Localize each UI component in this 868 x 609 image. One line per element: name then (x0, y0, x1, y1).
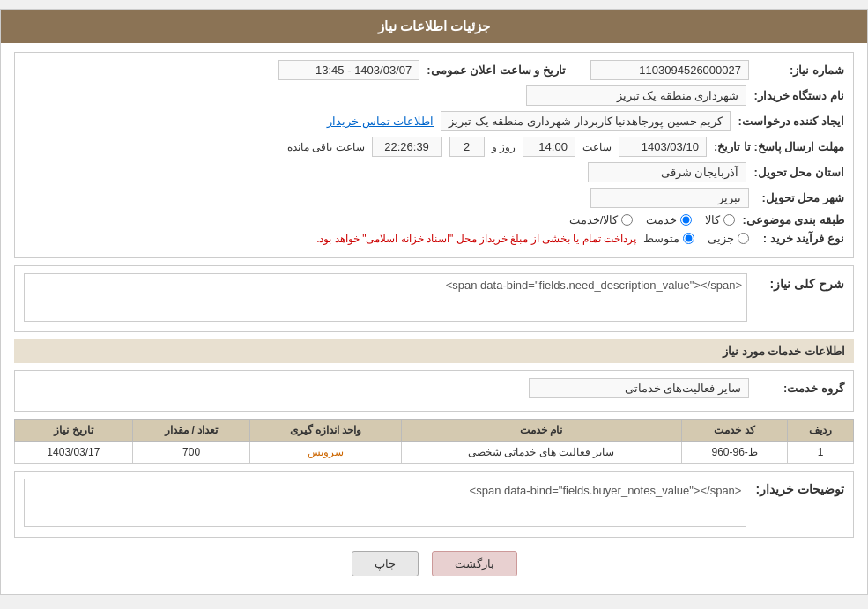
col-unit: واحد اندازه گیری (250, 420, 401, 442)
col-need-date: تاریخ نیاز (15, 420, 133, 442)
category-kala[interactable]: کالا (705, 213, 735, 227)
buyer-notes-label: توضیحات خریدار: (755, 479, 844, 496)
category-row: طبقه بندی موضوعی: کالا خدمت کالا/خدمت (24, 213, 844, 227)
need-number-value: 1103094526000027 (590, 60, 749, 80)
service-group-section: گروه خدمت: سایر فعالیت‌های خدماتی (14, 370, 854, 412)
purchase-type-motavasset[interactable]: متوسط (643, 232, 694, 245)
purchase-type-row: نوع فرآیند خرید : جزیی متوسط پرداخت تمام… (24, 232, 844, 245)
cell-unit: سرویس (250, 442, 401, 464)
delivery-province-label: استان محل تحویل: (753, 166, 844, 179)
category-radio-group: کالا خدمت کالا/خدمت (569, 213, 736, 227)
cell-service-name: سایر فعالیت های خدماتی شخصی (401, 442, 681, 464)
need-description-section: شرح کلی نیاز: <span data-bind="fields.ne… (14, 265, 854, 332)
purchase-note: پرداخت تمام یا بخشی از مبلغ خریداز محل "… (316, 233, 636, 245)
category-kala-khedmat[interactable]: کالا/خدمت (569, 213, 634, 227)
requester-label: ایجاد کننده درخواست: (738, 115, 844, 128)
main-info-section: شماره نیاز: 1103094526000027 تاریخ و ساع… (14, 52, 854, 258)
reply-remaining-value: 22:26:39 (372, 137, 442, 157)
requester-value: کریم حسین پورجاهدنیا کاربردار شهرداری من… (441, 111, 731, 131)
table-row: 1 ط-96-960 سایر فعالیت های خدماتی شخصی س… (15, 442, 854, 464)
delivery-province-row: استان محل تحویل: آذربایجان شرقی (24, 162, 844, 182)
delivery-province-value: آذربایجان شرقی (588, 162, 746, 182)
cell-row-num: 1 (788, 442, 854, 464)
back-button[interactable]: بازگشت (432, 551, 517, 576)
requester-row: ایجاد کننده درخواست: کریم حسین پورجاهدنی… (24, 111, 844, 131)
reply-day-label: روز و (492, 141, 516, 153)
reply-deadline-row: مهلت ارسال پاسخ: تا تاریخ: 1403/03/10 سا… (24, 137, 844, 157)
table-header-row: ردیف کد خدمت نام خدمت واحد اندازه گیری ت… (15, 420, 854, 442)
services-table-container: ردیف کد خدمت نام خدمت واحد اندازه گیری ت… (14, 419, 854, 464)
need-number-row: شماره نیاز: 1103094526000027 تاریخ و ساع… (24, 60, 844, 80)
cell-need-date: 1403/03/17 (15, 442, 133, 464)
col-quantity: تعداد / مقدار (132, 420, 250, 442)
page-title: جزئیات اطلاعات نیاز (378, 19, 490, 33)
buyer-notes-section: توضیحات خریدار: <span data-bind="fields.… (14, 471, 854, 538)
reply-deadline-label: مهلت ارسال پاسخ: تا تاریخ: (714, 140, 844, 153)
services-table: ردیف کد خدمت نام خدمت واحد اندازه گیری ت… (14, 419, 854, 464)
cell-quantity: 700 (132, 442, 250, 464)
reply-time-label: ساعت (582, 141, 612, 153)
buyer-org-row: نام دستگاه خریدار: شهرداری منطقه یک تبری… (24, 85, 844, 106)
announce-date-value: 1403/03/07 - 13:45 (278, 60, 419, 80)
buyer-org-value: شهرداری منطقه یک تبریز (526, 85, 746, 106)
contact-link[interactable]: اطلاعات تماس خریدار (327, 115, 434, 128)
reply-day-value: 2 (449, 137, 485, 157)
category-label: طبقه بندی موضوعی: (742, 213, 844, 227)
service-group-row: گروه خدمت: سایر فعالیت‌های خدماتی (24, 378, 844, 398)
reply-date-value: 1403/03/10 (619, 137, 707, 157)
page-header: جزئیات اطلاعات نیاز (1, 10, 867, 43)
reply-remaining-label: ساعت باقی مانده (287, 141, 365, 153)
col-service-name: نام خدمت (401, 420, 681, 442)
delivery-city-value: تبریز (590, 188, 749, 208)
col-row-num: ردیف (788, 420, 854, 442)
service-group-value: سایر فعالیت‌های خدماتی (529, 378, 749, 398)
delivery-city-label: شهر محل تحویل: (756, 191, 844, 204)
cell-service-code: ط-96-960 (681, 442, 787, 464)
buyer-org-label: نام دستگاه خریدار: (753, 89, 844, 102)
need-number-label: شماره نیاز: (756, 63, 844, 77)
buyer-notes-textarea[interactable]: <span data-bind="fields.buyer_notes_valu… (24, 479, 746, 527)
need-description-label: شرح کلی نیاز: (756, 273, 844, 291)
reply-time-value: 14:00 (523, 137, 575, 157)
delivery-city-row: شهر محل تحویل: تبریز (24, 188, 844, 208)
service-group-label: گروه خدمت: (756, 382, 844, 395)
need-description-textarea[interactable]: <span data-bind="fields.need_description… (24, 273, 747, 322)
purchase-type-radio-group: جزیی متوسط (643, 232, 749, 245)
services-section-title: اطلاعات خدمات مورد نیاز (14, 339, 854, 363)
action-buttons: بازگشت چاپ (14, 551, 854, 576)
print-button[interactable]: چاپ (352, 551, 419, 576)
col-service-code: کد خدمت (681, 420, 787, 442)
announce-date-label: تاریخ و ساعت اعلان عمومی: (427, 63, 566, 77)
purchase-type-jozei[interactable]: جزیی (708, 232, 749, 245)
purchase-type-label: نوع فرآیند خرید : (756, 232, 844, 245)
category-khedmat[interactable]: خدمت (646, 213, 692, 227)
